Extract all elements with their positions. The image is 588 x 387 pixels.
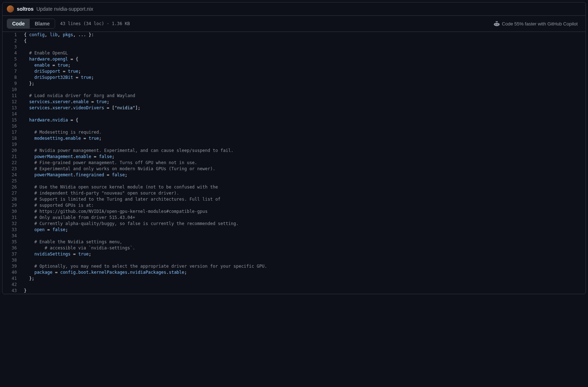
line-number[interactable]: 13: [3, 105, 24, 111]
line-number[interactable]: 10: [3, 87, 24, 93]
line-content[interactable]: driSupport32Bit = true;: [24, 75, 94, 81]
line-number[interactable]: 12: [3, 99, 24, 105]
code-line[interactable]: 30 # https://github.com/NVIDIA/open-gpu-…: [3, 209, 585, 215]
code-content[interactable]: 1{ config, lib, pkgs, ... }:2{34 # Enabl…: [3, 32, 585, 294]
code-line[interactable]: 11 # Load nvidia driver for Xorg and Way…: [3, 93, 585, 99]
line-number[interactable]: 17: [3, 129, 24, 135]
code-line[interactable]: 13 services.xserver.videoDrivers = ["nvi…: [3, 105, 585, 111]
line-number[interactable]: 25: [3, 178, 24, 184]
line-content[interactable]: services.xserver.enable = true;: [24, 99, 109, 105]
line-content[interactable]: # Enable OpenGL: [24, 50, 68, 56]
code-line[interactable]: 38: [3, 257, 585, 263]
line-content[interactable]: }: [24, 288, 26, 294]
line-number[interactable]: 23: [3, 166, 24, 172]
line-number[interactable]: 34: [3, 233, 24, 239]
line-number[interactable]: 21: [3, 154, 24, 160]
line-content[interactable]: # Use the NVidia open source kernel modu…: [24, 184, 218, 190]
code-line[interactable]: 5 hardware.opengl = {: [3, 56, 585, 62]
line-number[interactable]: 20: [3, 148, 24, 154]
line-content[interactable]: open = false;: [24, 227, 68, 233]
line-number[interactable]: 27: [3, 190, 24, 196]
code-line[interactable]: 23 # Experimental and only works on mode…: [3, 166, 585, 172]
line-number[interactable]: 43: [3, 288, 24, 294]
line-number[interactable]: 26: [3, 184, 24, 190]
code-line[interactable]: 7 driSupport = true;: [3, 68, 585, 75]
line-content[interactable]: # Nvidia power management. Experimental,…: [24, 148, 233, 154]
code-line[interactable]: 43}: [3, 288, 585, 294]
line-number[interactable]: 38: [3, 257, 24, 263]
code-line[interactable]: 18 modesetting.enable = true;: [3, 135, 585, 142]
line-number[interactable]: 42: [3, 282, 24, 288]
line-content[interactable]: # accessible via `nvidia-settings`.: [24, 245, 135, 251]
line-number[interactable]: 11: [3, 93, 24, 99]
code-line[interactable]: 36 # accessible via `nvidia-settings`.: [3, 245, 585, 251]
line-number[interactable]: 4: [3, 50, 24, 56]
line-number[interactable]: 24: [3, 172, 24, 178]
line-number[interactable]: 2: [3, 38, 24, 44]
line-number[interactable]: 1: [3, 32, 24, 38]
line-content[interactable]: # Optionally, you may need to select the…: [24, 263, 267, 269]
line-content[interactable]: modesetting.enable = true;: [24, 135, 102, 142]
line-number[interactable]: 31: [3, 215, 24, 221]
line-number[interactable]: 18: [3, 135, 24, 142]
code-line[interactable]: 26 # Use the NVidia open source kernel m…: [3, 184, 585, 190]
line-content[interactable]: # https://github.com/NVIDIA/open-gpu-ker…: [24, 209, 208, 215]
line-number[interactable]: 5: [3, 56, 24, 62]
code-line[interactable]: 1{ config, lib, pkgs, ... }:: [3, 32, 585, 38]
line-number[interactable]: 33: [3, 227, 24, 233]
code-line[interactable]: 6 enable = true;: [3, 62, 585, 68]
code-line[interactable]: 8 driSupport32Bit = true;: [3, 75, 585, 81]
line-number[interactable]: 41: [3, 276, 24, 282]
line-number[interactable]: 30: [3, 209, 24, 215]
line-number[interactable]: 36: [3, 245, 24, 251]
line-number[interactable]: 16: [3, 123, 24, 129]
line-content[interactable]: package = config.boot.kernelPackages.nvi…: [24, 269, 187, 276]
line-content[interactable]: {: [24, 38, 26, 44]
code-line[interactable]: 16: [3, 123, 585, 129]
code-line[interactable]: 20 # Nvidia power management. Experiment…: [3, 148, 585, 154]
code-line[interactable]: 14: [3, 111, 585, 117]
author-name[interactable]: soltros: [17, 6, 34, 12]
line-number[interactable]: 7: [3, 68, 24, 75]
line-content[interactable]: # Experimental and only works on modern …: [24, 166, 215, 172]
code-line[interactable]: 3: [3, 44, 585, 50]
code-line[interactable]: 32 # Currently alpha-quality/buggy, so f…: [3, 221, 585, 227]
line-number[interactable]: 3: [3, 44, 24, 50]
line-number[interactable]: 9: [3, 81, 24, 87]
line-content[interactable]: hardware.opengl = {: [24, 56, 78, 62]
line-number[interactable]: 15: [3, 117, 24, 123]
code-line[interactable]: 15 hardware.nvidia = {: [3, 117, 585, 123]
code-line[interactable]: 42: [3, 282, 585, 288]
line-content[interactable]: enable = true;: [24, 62, 71, 68]
code-line[interactable]: 12 services.xserver.enable = true;: [3, 99, 585, 105]
code-line[interactable]: 9 };: [3, 81, 585, 87]
line-number[interactable]: 39: [3, 263, 24, 269]
code-line[interactable]: 41 };: [3, 276, 585, 282]
line-content[interactable]: nvidiaSettings = true;: [24, 251, 91, 257]
blame-tab[interactable]: Blame: [30, 19, 55, 28]
line-content[interactable]: # independent third-party "nouveau" open…: [24, 190, 179, 196]
line-number[interactable]: 32: [3, 221, 24, 227]
code-line[interactable]: 34: [3, 233, 585, 239]
code-line[interactable]: 40 package = config.boot.kernelPackages.…: [3, 269, 585, 276]
line-number[interactable]: 29: [3, 202, 24, 209]
line-content[interactable]: # Fine-grained power management. Turns o…: [24, 160, 197, 166]
line-number[interactable]: 6: [3, 62, 24, 68]
line-content[interactable]: hardware.nvidia = {: [24, 117, 78, 123]
line-content[interactable]: # Only available from driver 515.43.04+: [24, 215, 135, 221]
code-line[interactable]: 39 # Optionally, you may need to select …: [3, 263, 585, 269]
line-content[interactable]: # Load nvidia driver for Xorg and Waylan…: [24, 93, 135, 99]
code-line[interactable]: 33 open = false;: [3, 227, 585, 233]
code-line[interactable]: 31 # Only available from driver 515.43.0…: [3, 215, 585, 221]
code-line[interactable]: 37 nvidiaSettings = true;: [3, 251, 585, 257]
line-content[interactable]: };: [24, 81, 34, 87]
line-number[interactable]: 19: [3, 142, 24, 148]
code-line[interactable]: 22 # Fine-grained power management. Turn…: [3, 160, 585, 166]
code-line[interactable]: 4 # Enable OpenGL: [3, 50, 585, 56]
line-content[interactable]: powerManagement.enable = false;: [24, 154, 115, 160]
code-tab[interactable]: Code: [7, 19, 30, 28]
commit-message[interactable]: Update nvidia-support.nix: [37, 6, 93, 12]
line-number[interactable]: 37: [3, 251, 24, 257]
code-line[interactable]: 17 # Modesetting is required.: [3, 129, 585, 135]
line-number[interactable]: 28: [3, 196, 24, 202]
